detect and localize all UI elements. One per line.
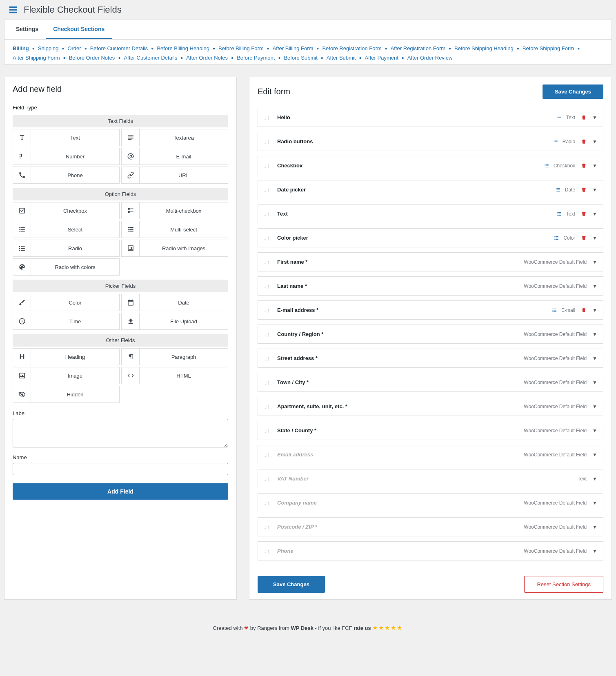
field-type-paragraph[interactable]: Paragraph xyxy=(121,348,228,365)
section-link-shipping[interactable]: Shipping xyxy=(38,45,59,51)
field-row[interactable]: ↓↑TextText▼ xyxy=(258,204,603,223)
chevron-down-icon[interactable]: ▼ xyxy=(592,163,597,169)
drag-handle-icon[interactable]: ↓↑ xyxy=(264,307,270,314)
chevron-down-icon[interactable]: ▼ xyxy=(592,187,597,193)
save-changes-button[interactable]: Save Changes xyxy=(258,576,325,593)
chevron-down-icon[interactable]: ▼ xyxy=(592,307,597,313)
field-row[interactable]: ↓↑Country / Region *WooCommerce Default … xyxy=(258,325,603,344)
chevron-down-icon[interactable]: ▼ xyxy=(592,380,597,385)
section-link-after-shipping-form[interactable]: After Shipping Form xyxy=(13,55,60,61)
drag-handle-icon[interactable]: ↓↑ xyxy=(264,234,270,241)
field-type-radiocolor[interactable]: Radio with colors xyxy=(13,258,120,276)
field-type-radio[interactable]: Radio xyxy=(13,240,120,257)
drag-handle-icon[interactable]: ↓↑ xyxy=(264,403,270,410)
drag-handle-icon[interactable]: ↓↑ xyxy=(264,282,270,289)
section-link-before-order-notes[interactable]: Before Order Notes xyxy=(69,55,115,61)
field-row[interactable]: ↓↑E-mail address *E-mail▼ xyxy=(258,300,603,320)
name-input[interactable] xyxy=(13,463,228,475)
chevron-down-icon[interactable]: ▼ xyxy=(592,259,597,265)
drag-handle-icon[interactable]: ↓↑ xyxy=(264,427,270,434)
section-link-before-submit[interactable]: Before Submit xyxy=(284,55,317,61)
field-type-select[interactable]: Select xyxy=(13,221,120,238)
drag-handle-icon[interactable]: ↓↑ xyxy=(264,162,270,169)
field-row[interactable]: ↓↑Apartment, suite, unit, etc. *WooComme… xyxy=(258,397,603,416)
tab-settings[interactable]: Settings xyxy=(9,20,46,39)
field-row[interactable]: ↓↑Color pickerColor▼ xyxy=(258,228,603,247)
drag-handle-icon[interactable]: ↓↑ xyxy=(264,331,270,338)
section-link-after-order-review[interactable]: After Order Review xyxy=(407,55,453,61)
section-link-billing[interactable]: Billing xyxy=(13,45,29,51)
section-link-before-registration-form[interactable]: Before Registration Form xyxy=(322,45,381,51)
chevron-down-icon[interactable]: ▼ xyxy=(592,211,597,217)
field-row[interactable]: ↓↑Street address *WooCommerce Default Fi… xyxy=(258,349,603,368)
chevron-down-icon[interactable]: ▼ xyxy=(592,428,597,434)
field-type-url[interactable]: URL xyxy=(121,167,228,184)
chevron-down-icon[interactable]: ▼ xyxy=(592,500,597,506)
section-link-before-shipping-heading[interactable]: Before Shipping Heading xyxy=(454,45,514,51)
trash-icon[interactable] xyxy=(581,211,587,217)
star-rating[interactable]: ★★★★★ xyxy=(372,624,403,631)
chevron-down-icon[interactable]: ▼ xyxy=(592,283,597,289)
tab-checkout-sections[interactable]: Checkout Sections xyxy=(46,20,112,39)
drag-handle-icon[interactable]: ↓↑ xyxy=(264,523,270,530)
field-type-textarea[interactable]: Textarea xyxy=(121,129,228,146)
field-type-color[interactable]: Color xyxy=(13,294,120,311)
trash-icon[interactable] xyxy=(581,235,587,241)
section-link-before-billing-heading[interactable]: Before Billing Heading xyxy=(157,45,209,51)
field-type-date[interactable]: Date xyxy=(121,294,228,311)
chevron-down-icon[interactable]: ▼ xyxy=(592,476,597,482)
field-type-multicheckbox[interactable]: Multi-checkbox xyxy=(121,202,228,219)
trash-icon[interactable] xyxy=(581,307,587,313)
drag-handle-icon[interactable]: ↓↑ xyxy=(264,451,270,458)
trash-icon[interactable] xyxy=(581,115,587,120)
add-field-button[interactable]: Add Field xyxy=(13,483,228,500)
field-row[interactable]: ↓↑PhoneWooCommerce Default Field▼ xyxy=(258,541,603,560)
section-link-after-customer-details[interactable]: After Customer Details xyxy=(124,55,177,61)
field-type-upload[interactable]: File Upload xyxy=(121,313,228,330)
chevron-down-icon[interactable]: ▼ xyxy=(592,404,597,409)
drag-handle-icon[interactable]: ↓↑ xyxy=(264,379,270,386)
field-type-time[interactable]: Time xyxy=(13,313,120,330)
drag-handle-icon[interactable]: ↓↑ xyxy=(264,258,270,265)
field-row[interactable]: ↓↑Date pickerDate▼ xyxy=(258,180,603,199)
chevron-down-icon[interactable]: ▼ xyxy=(592,452,597,458)
field-type-checkbox[interactable]: Checkbox xyxy=(13,202,120,219)
trash-icon[interactable] xyxy=(581,139,587,145)
section-link-before-shipping-form[interactable]: Before Shipping Form xyxy=(523,45,574,51)
field-type-phone[interactable]: Phone xyxy=(13,167,120,184)
field-row[interactable]: ↓↑Radio buttonsRadio▼ xyxy=(258,132,603,151)
chevron-down-icon[interactable]: ▼ xyxy=(592,331,597,337)
section-link-after-order-notes[interactable]: After Order Notes xyxy=(186,55,228,61)
field-type-text[interactable]: Text xyxy=(13,129,120,146)
field-row[interactable]: ↓↑Town / City *WooCommerce Default Field… xyxy=(258,373,603,392)
field-row[interactable]: ↓↑HelloText▼ xyxy=(258,108,603,127)
field-row[interactable]: ↓↑State / County *WooCommerce Default Fi… xyxy=(258,421,603,440)
chevron-down-icon[interactable]: ▼ xyxy=(592,548,597,554)
section-link-before-payment[interactable]: Before Payment xyxy=(237,55,275,61)
field-type-radioimg[interactable]: Radio with images xyxy=(121,240,228,257)
field-row[interactable]: ↓↑Postcode / ZIP *WooCommerce Default Fi… xyxy=(258,517,603,536)
drag-handle-icon[interactable]: ↓↑ xyxy=(264,210,270,217)
field-type-html[interactable]: HTML xyxy=(121,367,228,384)
save-changes-top-button[interactable]: Save Changes xyxy=(543,84,603,99)
field-row[interactable]: ↓↑First name *WooCommerce Default Field▼ xyxy=(258,252,603,271)
field-type-heading[interactable]: Heading xyxy=(13,348,120,365)
drag-handle-icon[interactable]: ↓↑ xyxy=(264,547,270,554)
field-type-email[interactable]: E-mail xyxy=(121,148,228,165)
drag-handle-icon[interactable]: ↓↑ xyxy=(264,114,270,121)
section-link-order[interactable]: Order xyxy=(67,45,81,51)
field-type-multiselect[interactable]: Multi-select xyxy=(121,221,228,238)
trash-icon[interactable] xyxy=(581,163,587,169)
drag-handle-icon[interactable]: ↓↑ xyxy=(264,499,270,506)
label-input[interactable] xyxy=(13,419,228,447)
field-row[interactable]: ↓↑VAT NumberText▼ xyxy=(258,469,603,488)
field-type-number[interactable]: Number xyxy=(13,148,120,165)
field-row[interactable]: ↓↑Company nameWooCommerce Default Field▼ xyxy=(258,493,603,512)
drag-handle-icon[interactable]: ↓↑ xyxy=(264,475,270,482)
drag-handle-icon[interactable]: ↓↑ xyxy=(264,138,270,145)
reset-section-button[interactable]: Reset Section Settings xyxy=(524,576,603,593)
section-link-after-registration-form[interactable]: After Registration Form xyxy=(391,45,445,51)
section-link-after-billing-form[interactable]: After Billing Form xyxy=(273,45,314,51)
chevron-down-icon[interactable]: ▼ xyxy=(592,115,597,120)
drag-handle-icon[interactable]: ↓↑ xyxy=(264,355,270,362)
